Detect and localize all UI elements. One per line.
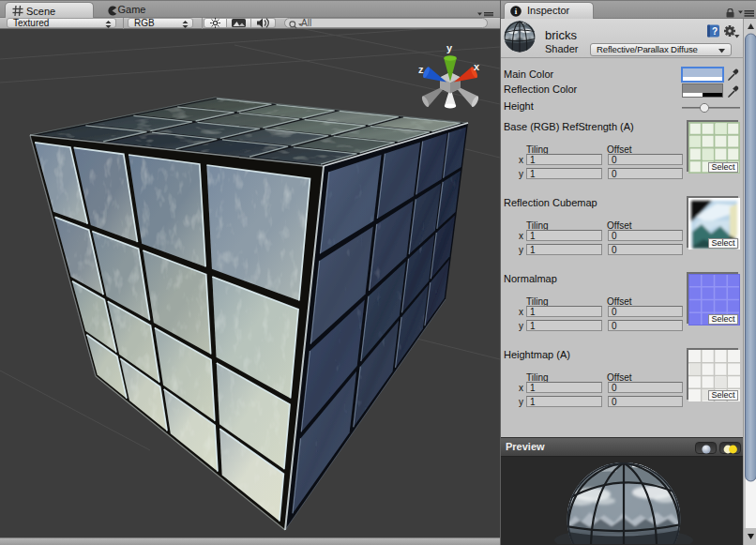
svg-text:z: z bbox=[418, 64, 424, 75]
svg-text:y: y bbox=[446, 42, 453, 53]
svg-text:x: x bbox=[474, 61, 480, 72]
svg-text:?: ? bbox=[712, 26, 718, 37]
